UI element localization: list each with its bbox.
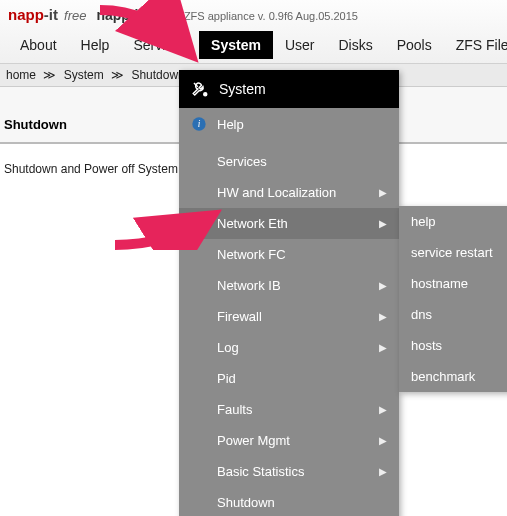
menu-disks[interactable]: Disks <box>326 31 384 59</box>
chevron-right-icon: ▶ <box>379 466 387 477</box>
submenu-item-service-restart[interactable]: service restart <box>399 237 507 268</box>
breadcrumb-sep: ≫ <box>43 68 56 82</box>
logo-free: free <box>64 8 86 23</box>
menu-system[interactable]: System <box>199 31 273 59</box>
logo-row: napp-it free napp-it-15d ZFS appliance v… <box>8 6 499 23</box>
dropdown-item-shutdown[interactable]: Shutdown <box>179 487 399 516</box>
app-header: napp-it free napp-it-15d ZFS appliance v… <box>0 0 507 64</box>
chevron-right-icon: ▶ <box>379 280 387 291</box>
submenu-item-help[interactable]: help <box>399 206 507 237</box>
submenu-item-dns[interactable]: dns <box>399 299 507 330</box>
svg-point-0 <box>204 93 207 96</box>
dropdown-item-label: Shutdown <box>217 495 275 510</box>
dropdown-item-label: Basic Statistics <box>217 464 304 479</box>
dropdown-item-label: Network FC <box>217 247 286 262</box>
svg-text:i: i <box>198 119 201 129</box>
system-dropdown: System i Help Services HW and Localizati… <box>179 70 399 516</box>
chevron-right-icon: ▶ <box>379 342 387 353</box>
info-icon: i <box>191 116 207 132</box>
dropdown-item-power-mgmt[interactable]: Power Mgmt ▶ <box>179 425 399 456</box>
dropdown-item-label: Network Eth <box>217 216 288 231</box>
main-menubar: About Help Services System User Disks Po… <box>8 31 499 59</box>
menu-zfs[interactable]: ZFS Filesystems <box>444 31 507 59</box>
breadcrumb-home[interactable]: home <box>6 68 36 82</box>
dropdown-item-faults[interactable]: Faults ▶ <box>179 394 399 425</box>
dropdown-item-help[interactable]: i Help <box>179 108 399 140</box>
chevron-right-icon: ▶ <box>379 404 387 415</box>
dropdown-item-label: HW and Localization <box>217 185 336 200</box>
submenu-item-hostname[interactable]: hostname <box>399 268 507 299</box>
dropdown-item-network-ib[interactable]: Network IB ▶ <box>179 270 399 301</box>
menu-help[interactable]: Help <box>69 31 122 59</box>
dropdown-item-hw[interactable]: HW and Localization ▶ <box>179 177 399 208</box>
submenu-item-hosts[interactable]: hosts <box>399 330 507 361</box>
dropdown-header-label: System <box>219 81 266 97</box>
menu-services[interactable]: Services <box>121 31 199 59</box>
network-eth-submenu: help service restart hostname dns hosts … <box>399 206 507 392</box>
dropdown-header: System <box>179 70 399 108</box>
dropdown-item-pid[interactable]: Pid <box>179 363 399 394</box>
chevron-right-icon: ▶ <box>379 187 387 198</box>
dropdown-item-label: Pid <box>217 371 236 386</box>
dropdown-item-network-fc[interactable]: Network FC <box>179 239 399 270</box>
logo-napp: napp-it <box>8 6 58 23</box>
menu-user[interactable]: User <box>273 31 327 59</box>
chevron-right-icon: ▶ <box>379 218 387 229</box>
dropdown-item-basic-stats[interactable]: Basic Statistics ▶ <box>179 456 399 487</box>
chevron-right-icon: ▶ <box>379 435 387 446</box>
breadcrumb-system[interactable]: System <box>64 68 104 82</box>
breadcrumb-sep: ≫ <box>111 68 124 82</box>
logo-version: ZFS appliance v. 0.9f6 Aug.05.2015 <box>184 10 358 22</box>
dropdown-item-label: Power Mgmt <box>217 433 290 448</box>
dropdown-item-label: Faults <box>217 402 252 417</box>
logo-tag: napp-it-15d <box>96 7 171 23</box>
menu-pools[interactable]: Pools <box>385 31 444 59</box>
breadcrumb-shutdown[interactable]: Shutdown <box>131 68 184 82</box>
dropdown-item-network-eth[interactable]: Network Eth ▶ <box>179 208 399 239</box>
dropdown-item-firewall[interactable]: Firewall ▶ <box>179 301 399 332</box>
wrench-icon <box>191 80 209 98</box>
dropdown-item-label: Services <box>217 154 267 169</box>
submenu-item-benchmark[interactable]: benchmark <box>399 361 507 392</box>
dropdown-item-log[interactable]: Log ▶ <box>179 332 399 363</box>
dropdown-item-label: Help <box>217 117 244 132</box>
menu-about[interactable]: About <box>8 31 69 59</box>
dropdown-item-label: Network IB <box>217 278 281 293</box>
dropdown-item-label: Firewall <box>217 309 262 324</box>
chevron-right-icon: ▶ <box>379 311 387 322</box>
dropdown-item-label: Log <box>217 340 239 355</box>
dropdown-item-services[interactable]: Services <box>179 146 399 177</box>
